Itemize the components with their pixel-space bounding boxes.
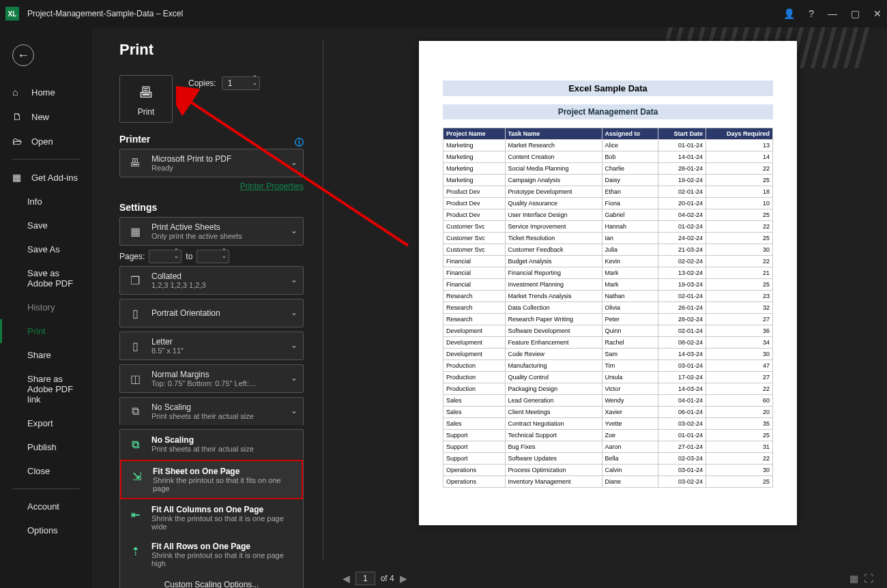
- margins-dropdown[interactable]: ◫ Normal Margins Top: 0.75" Bottom: 0.75…: [119, 364, 304, 393]
- print-active-desc: Only print the active sheets: [151, 232, 242, 240]
- panel-divider: [323, 41, 323, 559]
- pages-to-spinner[interactable]: [197, 250, 229, 263]
- margins-title: Normal Margins: [151, 370, 257, 379]
- table-row: SupportTechnical SupportZoe01-01-2425: [444, 430, 773, 441]
- table-row: SalesClient MeetingsXavier06-01-2420: [444, 407, 773, 418]
- fit-cols-desc: Shrink the printout so that it is one pa…: [151, 514, 297, 531]
- fit-rows-desc: Shrink the printout so that it is one pa…: [151, 551, 297, 568]
- printer-properties-link[interactable]: Printer Properties: [119, 181, 304, 191]
- prev-page-button[interactable]: ◀: [343, 573, 350, 584]
- table-header: Start Date: [658, 128, 706, 140]
- print-preview-area: Excel Sample Data Project Management Dat…: [343, 41, 887, 588]
- printer-info-icon[interactable]: ⓘ: [295, 136, 304, 149]
- nav-close[interactable]: Close: [0, 459, 92, 483]
- nav-share-adobe[interactable]: Share as Adobe PDF link: [0, 367, 92, 411]
- excel-app-icon: XL: [5, 7, 19, 20]
- pages-to-label: to: [186, 252, 192, 261]
- minimize-icon[interactable]: —: [828, 8, 837, 19]
- printer-device-icon: 🖶: [126, 153, 145, 173]
- collation-dropdown[interactable]: ❐ Collated 1,2,3 1,2,3 1,2,3: [119, 266, 304, 295]
- scale-option-fit-sheet[interactable]: ⇲ Fit Sheet on One Page Shrink the print…: [120, 460, 303, 499]
- table-row: DevelopmentFeature EnhancementRachel08-0…: [444, 337, 773, 349]
- table-row: ResearchMarket Trends AnalysisNathan02-0…: [444, 291, 773, 302]
- preview-page: Excel Sample Data Project Management Dat…: [419, 41, 797, 525]
- nav-open[interactable]: 🗁Open: [0, 129, 92, 153]
- zoom-to-page-icon[interactable]: ⛶: [864, 573, 873, 584]
- nav-export[interactable]: Export: [0, 411, 92, 435]
- orientation-dropdown[interactable]: ▯ Portrait Orientation: [119, 299, 304, 327]
- table-row: Product DevPrototype DevelopmentEthan02-…: [444, 186, 773, 198]
- sheets-icon: ▦: [126, 222, 145, 241]
- table-row: SalesLead GenerationWendy04-01-2460: [444, 395, 773, 407]
- preview-title2: Project Management Data: [443, 104, 773, 119]
- table-row: MarketingCampaign AnalysisDaisy19-02-242…: [444, 175, 773, 186]
- copies-spinner[interactable]: 1: [222, 76, 260, 90]
- pages-from-spinner[interactable]: [149, 250, 181, 263]
- nav-saveas[interactable]: Save As: [0, 237, 92, 261]
- orientation-label: Portrait Orientation: [151, 308, 220, 318]
- table-row: SupportBug FixesAaron27-01-2431: [444, 441, 773, 453]
- nav-save[interactable]: Save: [0, 214, 92, 237]
- table-row: MarketingContent CreationBob14-01-2414: [444, 151, 773, 163]
- page-total-label: of 4: [381, 574, 394, 583]
- nav-addins[interactable]: ▦Get Add-ins: [0, 165, 92, 190]
- nav-print[interactable]: Print: [0, 319, 92, 343]
- table-row: Customer SvcTicket ResolutionIan24-02-24…: [444, 233, 773, 244]
- nav-new[interactable]: 🗋New: [0, 104, 92, 129]
- table-row: ResearchResearch Paper WritingPeter28-02…: [444, 314, 773, 325]
- table-row: DevelopmentCode ReviewSam14-03-2430: [444, 349, 773, 360]
- nav-info[interactable]: Info: [0, 190, 92, 214]
- paper-title: Letter: [151, 337, 184, 347]
- nav-options[interactable]: Options: [0, 518, 92, 542]
- no-scale-icon: ⧉: [126, 435, 145, 454]
- table-row: MarketingMarket ResearchAlice01-01-2413: [444, 140, 773, 151]
- preview-table: Project NameTask NameAssigned toStart Da…: [443, 128, 773, 488]
- window-title: Project-Management-Sample-Data – Excel: [27, 9, 183, 18]
- printer-status: Ready: [151, 164, 231, 172]
- nav-history[interactable]: History: [0, 295, 92, 319]
- collated-desc: 1,2,3 1,2,3 1,2,3: [151, 281, 206, 289]
- table-row: ProductionManufacturingTim03-01-2447: [444, 360, 773, 372]
- scale-option-fit-cols[interactable]: ⇤ Fit All Columns on One Page Shrink the…: [120, 499, 303, 536]
- fit-sheet-icon: ⇲: [127, 467, 146, 486]
- scale-option-fit-rows[interactable]: ⇡ Fit All Rows on One Page Shrink the pr…: [120, 536, 303, 573]
- fit-rows-icon: ⇡: [126, 542, 145, 561]
- portrait-icon: ▯: [126, 304, 145, 323]
- nav-account[interactable]: Account: [0, 495, 92, 518]
- maximize-icon[interactable]: ▢: [851, 8, 860, 19]
- next-page-button[interactable]: ▶: [400, 573, 407, 584]
- copies-label: Copies:: [188, 78, 216, 88]
- print-what-dropdown[interactable]: ▦ Print Active Sheets Only print the act…: [119, 217, 304, 246]
- show-margins-icon[interactable]: ▦: [849, 573, 858, 584]
- paper-size-dropdown[interactable]: ▯ Letter 8.5" x 11": [119, 332, 304, 360]
- table-row: FinancialFinancial ReportingMark13-02-24…: [444, 267, 773, 279]
- margins-icon: ◫: [126, 369, 145, 388]
- current-page-input[interactable]: 1: [355, 572, 375, 585]
- table-header: Days Required: [706, 128, 772, 140]
- help-icon[interactable]: ?: [809, 8, 814, 19]
- table-row: ProductionPackaging DesignVictor14-03-24…: [444, 383, 773, 395]
- table-row: OperationsProcess OptimizationCalvin03-0…: [444, 465, 773, 476]
- print-button[interactable]: 🖶 Print: [119, 75, 173, 123]
- close-icon[interactable]: ✕: [873, 8, 882, 19]
- table-row: SalesContract NegotiationYvette03-02-243…: [444, 418, 773, 430]
- nav-share[interactable]: Share: [0, 343, 92, 367]
- table-row: FinancialInvestment PlanningMark19-03-24…: [444, 279, 773, 291]
- nav-save-adobe[interactable]: Save as Adobe PDF: [0, 261, 92, 295]
- nav-publish[interactable]: Publish: [0, 435, 92, 459]
- account-icon[interactable]: 👤: [783, 8, 795, 19]
- table-header: Assigned to: [602, 128, 658, 140]
- table-row: ResearchData CollectionOlivia26-01-2432: [444, 302, 773, 314]
- scaling-dropdown[interactable]: ⧉ No Scaling Print sheets at their actua…: [119, 397, 304, 425]
- collated-title: Collated: [151, 271, 206, 281]
- fit-sheet-title: Fit Sheet on One Page: [153, 467, 296, 476]
- scale-option-no-scaling[interactable]: ⧉ No Scaling Print sheets at their actua…: [120, 430, 303, 460]
- home-icon: ⌂: [12, 87, 25, 98]
- scale-option-custom[interactable]: Custom Scaling Options...: [120, 573, 303, 588]
- back-button[interactable]: ←: [12, 44, 34, 66]
- printer-dropdown[interactable]: 🖶 Microsoft Print to PDF Ready: [119, 149, 304, 177]
- table-row: SupportSoftware UpdatesBella02-03-2422: [444, 453, 773, 465]
- fit-cols-title: Fit All Columns on One Page: [151, 505, 297, 514]
- preview-title1: Excel Sample Data: [443, 80, 773, 96]
- nav-home[interactable]: ⌂Home: [0, 80, 92, 104]
